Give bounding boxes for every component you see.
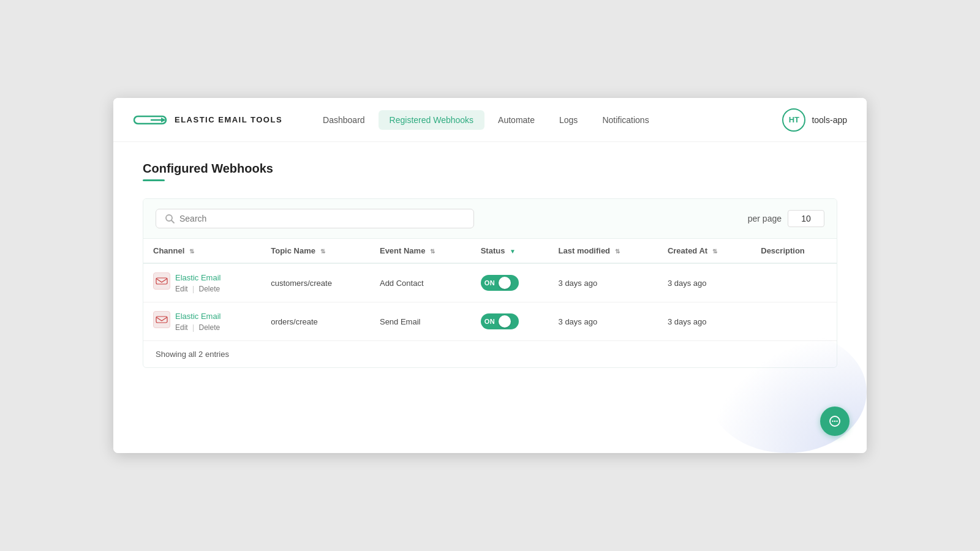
page-title: Configured Webhooks — [143, 162, 837, 176]
table-head: Channel ⇅ Topic Name ⇅ Event Name ⇅ St — [143, 239, 837, 263]
nav-logs[interactable]: Logs — [548, 110, 589, 130]
col-event-name[interactable]: Event Name ⇅ — [370, 239, 471, 263]
main-content: Configured Webhooks per page — [113, 142, 867, 453]
row2-event: Send Email — [370, 302, 471, 341]
toggle-on-2[interactable]: ON — [481, 313, 519, 329]
row1-status: ON — [471, 263, 549, 302]
sort-event-icon: ⇅ — [430, 248, 435, 255]
row1-topic: customers/create — [261, 263, 370, 302]
browser-window: ELASTIC EMAIL TOOLS Dashboard Registered… — [113, 98, 867, 453]
row1-event: Add Contact — [370, 263, 471, 302]
nav-automate[interactable]: Automate — [487, 110, 546, 130]
navbar: ELASTIC EMAIL TOOLS Dashboard Registered… — [113, 98, 867, 142]
row1-channel: Elastic Email Edit | Delete — [143, 263, 261, 302]
col-channel[interactable]: Channel ⇅ — [143, 239, 261, 263]
logo-area: ELASTIC EMAIL TOOLS — [133, 110, 282, 130]
chat-bubble-button[interactable] — [820, 407, 850, 436]
nav-dashboard[interactable]: Dashboard — [312, 110, 376, 130]
channel-actions-2: Edit | Delete — [175, 323, 221, 332]
logo-text: ELASTIC EMAIL TOOLS — [175, 115, 282, 124]
webhooks-table: Channel ⇅ Topic Name ⇅ Event Name ⇅ St — [143, 239, 837, 341]
channel-icon-2 — [153, 311, 170, 328]
search-input[interactable] — [179, 214, 465, 223]
elastic-email-logo-2 — [155, 313, 168, 326]
svg-line-3 — [172, 220, 174, 223]
svg-point-8 — [834, 421, 835, 422]
row2-status: ON — [471, 302, 549, 341]
edit-btn-1[interactable]: Edit — [175, 285, 188, 293]
channel-name-1[interactable]: Elastic Email — [175, 272, 221, 283]
sort-topic-icon: ⇅ — [320, 248, 325, 255]
sort-created-icon: ⇅ — [712, 248, 717, 255]
edit-btn-2[interactable]: Edit — [175, 323, 188, 332]
nav-registered-webhooks[interactable]: Registered Webhooks — [379, 110, 484, 130]
row1-last-modified: 3 days ago — [549, 263, 658, 302]
logo-icon — [133, 110, 167, 130]
showing-text: Showing all 2 entries — [143, 341, 837, 367]
svg-rect-4 — [156, 278, 167, 284]
toggle-circle-1 — [499, 277, 511, 289]
nav-links: Dashboard Registered Webhooks Automate L… — [312, 110, 782, 130]
channel-actions-1: Edit | Delete — [175, 285, 221, 293]
toggle-on-1[interactable]: ON — [481, 275, 519, 291]
row2-channel: Elastic Email Edit | Delete — [143, 302, 261, 341]
per-page-label: per page — [748, 214, 782, 223]
svg-point-9 — [836, 421, 837, 422]
row2-created-at: 3 days ago — [658, 302, 751, 341]
table-row: Elastic Email Edit | Delete orders/creat… — [143, 302, 837, 341]
user-area: HT tools-app — [782, 108, 847, 132]
table-row: Elastic Email Edit | Delete customers/cr… — [143, 263, 837, 302]
search-box[interactable] — [156, 209, 474, 228]
col-description[interactable]: Description — [751, 239, 837, 263]
user-name: tools-app — [812, 115, 847, 125]
row1-description — [751, 263, 837, 302]
search-icon — [165, 214, 175, 223]
toggle-label-1: ON — [484, 279, 496, 287]
col-status[interactable]: Status ▼ — [471, 239, 549, 263]
table-container: per page Channel ⇅ Topic Name ⇅ — [143, 198, 837, 368]
elastic-email-logo-1 — [155, 274, 168, 288]
per-page-input[interactable] — [788, 210, 824, 227]
sort-status-icon: ▼ — [510, 248, 516, 255]
avatar: HT — [782, 108, 805, 132]
svg-point-7 — [832, 421, 833, 422]
chat-icon — [828, 414, 842, 428]
table-body: Elastic Email Edit | Delete customers/cr… — [143, 263, 837, 341]
delete-btn-1[interactable]: Delete — [199, 285, 221, 293]
channel-name-2[interactable]: Elastic Email — [175, 311, 221, 322]
title-underline — [143, 179, 165, 181]
row2-topic: orders/create — [261, 302, 370, 341]
row1-created-at: 3 days ago — [658, 263, 751, 302]
sort-channel-icon: ⇅ — [189, 248, 194, 255]
col-topic-name[interactable]: Topic Name ⇅ — [261, 239, 370, 263]
channel-icon-1 — [153, 272, 170, 290]
row2-description — [751, 302, 837, 341]
row2-last-modified: 3 days ago — [549, 302, 658, 341]
col-last-modified[interactable]: Last modified ⇅ — [549, 239, 658, 263]
table-toolbar: per page — [143, 199, 837, 239]
svg-rect-5 — [156, 317, 167, 323]
toggle-circle-2 — [499, 315, 511, 328]
nav-notifications[interactable]: Notifications — [591, 110, 660, 130]
per-page-area: per page — [748, 210, 824, 227]
sort-modified-icon: ⇅ — [615, 248, 620, 255]
col-created-at[interactable]: Created At ⇅ — [658, 239, 751, 263]
delete-btn-2[interactable]: Delete — [199, 323, 221, 332]
toggle-label-2: ON — [484, 318, 496, 325]
